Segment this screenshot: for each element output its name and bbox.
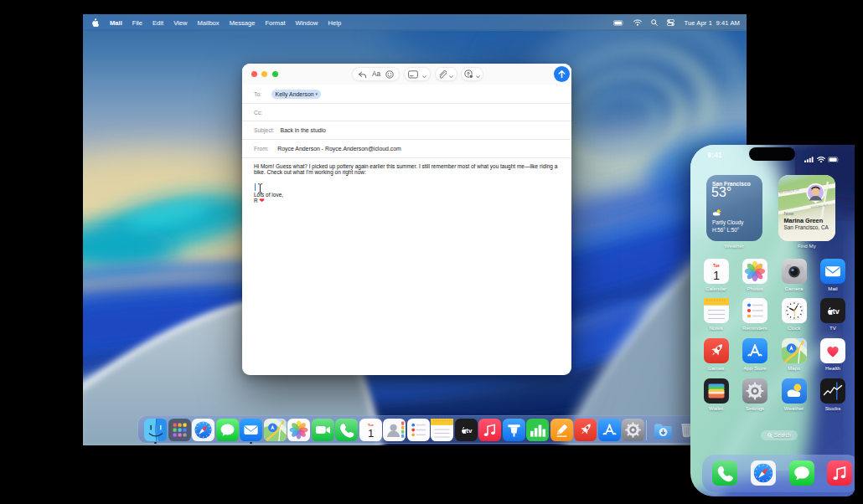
iphone-app-app-store[interactable]: App Store [742, 338, 767, 371]
iphone-dock-app-messages[interactable] [789, 460, 814, 486]
weather-widget[interactable]: San Francisco 53° Partly Cloudy H:56° L:… [706, 175, 762, 241]
dock-app-app-store[interactable] [598, 419, 621, 441]
app-label: Camera [782, 285, 807, 291]
dock-app-pages[interactable] [550, 419, 573, 441]
findmy-location: Marina Green [784, 217, 824, 224]
dock-app-keynote[interactable] [503, 419, 525, 441]
apple-menu-icon[interactable] [92, 18, 100, 28]
control-center-icon[interactable] [667, 19, 674, 26]
emoji-smiley-icon[interactable] [385, 67, 394, 82]
search-label: Search [774, 432, 791, 438]
iphone-app-weather[interactable]: Weather [782, 378, 807, 411]
dock-app-mail[interactable] [240, 419, 262, 441]
dock-app-music[interactable] [478, 419, 501, 441]
subject-label: Subject: [254, 127, 275, 133]
iphone-app-mail[interactable]: Mail [820, 259, 845, 291]
cc-label: Cc: [254, 110, 262, 116]
weather-widget-label: Weather [706, 243, 762, 249]
iphone-app-notes[interactable]: Notes [704, 298, 729, 331]
dock-app-messages[interactable] [216, 419, 239, 441]
iphone-dock-app-phone[interactable] [712, 460, 737, 486]
dock-app-maps[interactable] [264, 419, 287, 441]
dock-app-facetime[interactable] [312, 419, 334, 441]
app-label: Health [820, 365, 845, 371]
battery-icon[interactable] [613, 20, 624, 26]
iphone-app-maps[interactable]: Maps [782, 338, 807, 371]
dock-app-numbers[interactable] [526, 419, 549, 441]
menu-item-mailbox[interactable]: Mailbox [197, 19, 219, 27]
subject-field[interactable]: Subject: Back in the studio [242, 121, 572, 140]
app-label: TV [820, 325, 845, 331]
dock-app-settings[interactable] [622, 419, 644, 441]
iphone-app-wallet[interactable]: Wallet [704, 378, 729, 411]
dock-app-games[interactable] [574, 419, 597, 441]
dock-app-notes[interactable] [431, 419, 453, 441]
menu-clock[interactable]: Tue Apr 1 9:41 AM [684, 19, 740, 27]
partly-cloudy-icon [712, 209, 721, 217]
dock-app-photos[interactable] [287, 419, 310, 441]
from-value: Royce Anderson - Royce.Anderson@icloud.c… [277, 146, 401, 152]
iphone-app-reminders[interactable]: Reminders [742, 298, 767, 331]
wifi-icon[interactable] [633, 19, 642, 26]
insert-photo-icon[interactable] [464, 67, 473, 82]
search-icon[interactable] [651, 19, 658, 26]
undo-arrow-icon[interactable] [358, 67, 367, 82]
iphone-app-health[interactable]: Health [820, 338, 845, 371]
iphone-app-camera[interactable]: Camera [782, 259, 807, 291]
iphone-app-games[interactable]: Games [704, 338, 729, 371]
format-button[interactable]: Aa [372, 70, 380, 78]
battery-icon [828, 151, 840, 166]
iphone-app-stocks[interactable]: Stocks [820, 378, 845, 411]
message-body[interactable]: Hi Mom! Guess what? I picked up pottery … [254, 163, 559, 204]
app-label: Games [704, 365, 729, 371]
menu-item-format[interactable]: Format [265, 19, 285, 27]
paperclip-icon[interactable] [438, 67, 447, 82]
closing-text: Lots of love, [254, 192, 559, 198]
minimize-button[interactable] [261, 71, 267, 77]
field-divider [242, 157, 572, 158]
header-fields-icon[interactable] [408, 67, 418, 82]
dock-app-launchpad[interactable] [168, 419, 191, 441]
dock-app-calendar[interactable]: Tue 1 [359, 419, 382, 441]
dynamic-island [749, 147, 795, 161]
status-time: 9:41 [708, 152, 722, 159]
dock-app-reminders[interactable] [407, 419, 430, 441]
menu-app-name[interactable]: Mail [110, 19, 122, 27]
app-label: Maps [782, 365, 807, 371]
toolbar-group-attach [435, 67, 457, 81]
findmy-widget[interactable]: NA GREEN DR MARINA BLV Now Marina Green … [778, 175, 836, 241]
spotlight-search-pill[interactable]: Search [761, 430, 798, 440]
dock-app-finder[interactable] [144, 419, 167, 441]
zoom-button[interactable] [272, 71, 278, 77]
iphone-app-clock[interactable]: Clock [782, 298, 807, 331]
iphone-app-settings[interactable]: Settings [742, 378, 767, 411]
toolbar-group-media [461, 67, 483, 81]
menu-item-edit[interactable]: Edit [152, 19, 163, 27]
iphone-app-photos[interactable]: Photos [742, 259, 767, 291]
from-field[interactable]: From: Royce Anderson - Royce.Anderson@ic… [242, 139, 572, 157]
dock-app-contacts[interactable] [383, 419, 406, 441]
send-button[interactable] [554, 66, 570, 82]
menu-item-view[interactable]: View [173, 19, 187, 27]
menu-item-window[interactable]: Window [296, 19, 318, 27]
svg-text:tv: tv [466, 427, 473, 435]
to-field[interactable]: To: Kelly Anderson ▾ [242, 85, 572, 103]
dock-app-tv[interactable]: tv [455, 419, 478, 441]
menu-item-file[interactable]: File [132, 19, 142, 27]
close-button[interactable] [251, 71, 257, 77]
recipient-name: Kelly Anderson [276, 91, 314, 97]
dock-app-downloads[interactable] [652, 419, 674, 441]
iphone-dock-app-safari[interactable] [751, 460, 776, 486]
dock-app-safari[interactable] [192, 419, 214, 441]
menu-item-message[interactable]: Message [230, 19, 256, 27]
dock-app-phone[interactable] [335, 419, 358, 441]
recipient-token[interactable]: Kelly Anderson ▾ [271, 90, 321, 99]
svg-text:1: 1 [712, 268, 719, 281]
iphone-dock-app-music[interactable] [827, 460, 852, 486]
iphone-app-tv[interactable]: tvTV [820, 298, 845, 331]
menu-item-help[interactable]: Help [328, 19, 342, 27]
cc-field[interactable]: Cc: [242, 103, 572, 121]
iphone-app-calendar[interactable]: Tue 1Calendar [704, 259, 729, 291]
mail-compose-window: Aa [242, 64, 572, 375]
signature-initial: R [254, 198, 258, 203]
